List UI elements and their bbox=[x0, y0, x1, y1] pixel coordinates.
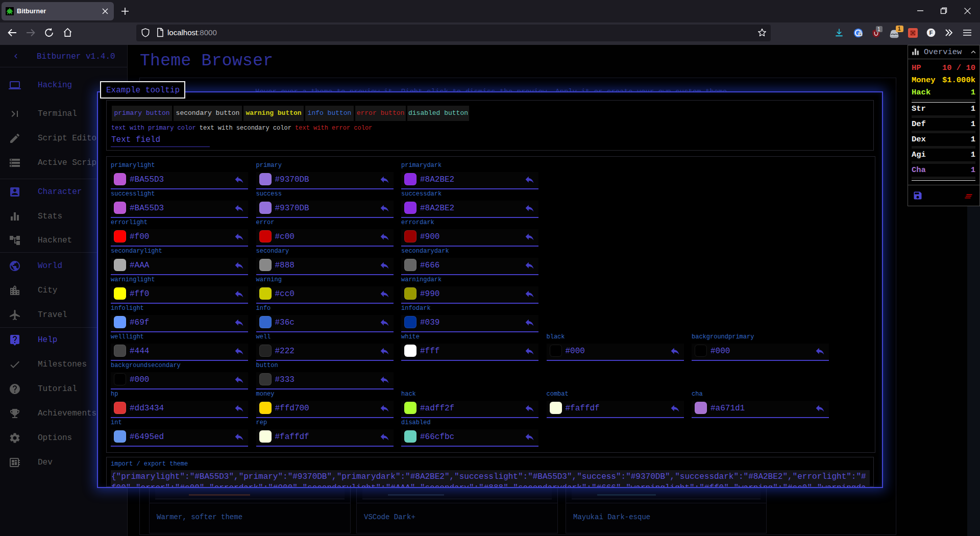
svg-text:F: F bbox=[929, 30, 933, 36]
